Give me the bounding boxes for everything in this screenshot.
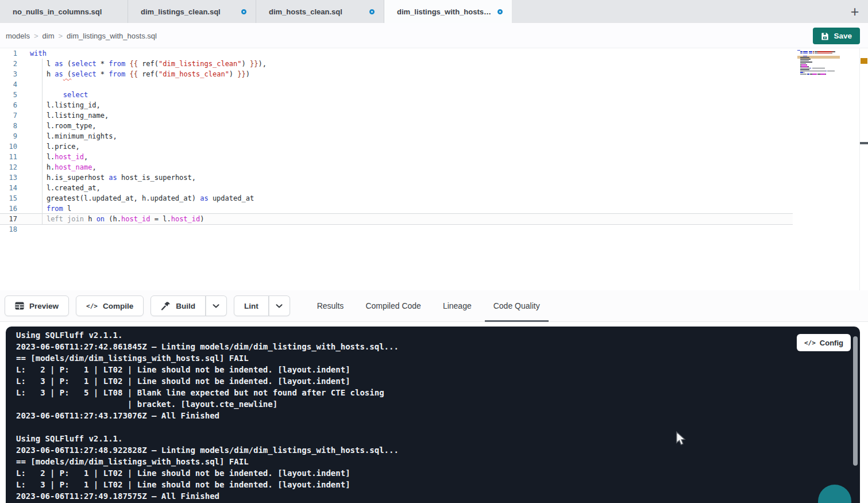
code-text: with <box>30 48 47 59</box>
tab-label: dim_listings_clean.sql <box>141 7 236 16</box>
panel-tab-code-quality[interactable]: Code Quality <box>485 290 549 322</box>
code-line[interactable]: 16 from l <box>0 203 793 214</box>
terminal-scrollbar[interactable] <box>853 336 858 466</box>
line-number: 3 <box>0 70 17 78</box>
code-brackets-icon: </> <box>804 339 816 347</box>
code-text: from l <box>30 203 71 214</box>
code-line[interactable]: 13 h.is_superhost as host_is_superhost, <box>0 172 793 183</box>
file-tabs: no_nulls_in_columns.sqldim_listings_clea… <box>0 0 512 23</box>
compile-label: Compile <box>103 302 133 310</box>
modified-indicator-icon <box>369 9 375 14</box>
code-text: l.price, <box>30 141 80 152</box>
save-button[interactable]: Save <box>813 28 860 44</box>
code-line[interactable]: 12 h.host_name, <box>0 162 793 172</box>
terminal-line: Using SQLFluff v2.1.1. <box>16 329 860 341</box>
line-number: 15 <box>0 194 17 202</box>
preview-label: Preview <box>29 302 59 310</box>
line-number: 18 <box>0 225 17 233</box>
terminal-line: == [models/dim/dim_listings_with_hosts.s… <box>16 456 860 467</box>
lint-label: Lint <box>244 302 259 310</box>
lint-dropdown-button[interactable] <box>269 295 290 316</box>
code-line[interactable]: 5 select <box>0 90 793 100</box>
terminal-line: | bracket. [layout.cte_newline] <box>16 398 860 410</box>
code-line[interactable]: 8 l.room_type, <box>0 121 793 131</box>
terminal-line: 2023-06-06T11:27:42.861845Z — Linting mo… <box>16 341 860 352</box>
lint-button[interactable]: Lint <box>234 295 269 316</box>
panel-tab-results[interactable]: Results <box>308 290 353 322</box>
terminal-line: L: 3 | P: 5 | LT08 | Blank line expected… <box>16 387 860 398</box>
code-text: l.room_type, <box>30 121 97 131</box>
terminal-line <box>16 421 860 433</box>
build-split-button: Build <box>151 295 227 316</box>
save-label: Save <box>834 32 852 40</box>
tab-label: no_nulls_in_columns.sql <box>13 7 118 16</box>
breadcrumb-segment[interactable]: dim_listings_with_hosts.sql <box>67 32 157 40</box>
code-line[interactable]: 1with <box>0 48 793 59</box>
terminal-line: Using SQLFluff v2.1.1. <box>16 433 860 444</box>
code-line[interactable]: 11 l.host_id, <box>0 152 793 162</box>
lint-split-button: Lint <box>234 295 290 316</box>
lint-warning-marker <box>861 58 867 64</box>
line-number: 5 <box>0 91 17 99</box>
code-text: l.created_at, <box>30 183 101 193</box>
panel-tab-lineage[interactable]: Lineage <box>434 290 480 322</box>
code-line[interactable]: 18 <box>0 224 793 235</box>
code-line[interactable]: 7 l.listing_name, <box>0 110 793 121</box>
panel-tabs: ResultsCompiled CodeLineageCode Quality <box>308 290 549 322</box>
code-text: l.host_id, <box>30 152 88 162</box>
action-toolbar: Preview </> Compile Build <box>0 290 868 322</box>
line-number: 10 <box>0 143 17 151</box>
new-tab-button[interactable]: + <box>845 0 865 23</box>
breadcrumb-segment[interactable]: models <box>6 32 30 40</box>
terminal-line: L: 2 | P: 1 | LT02 | Line should not be … <box>16 364 860 375</box>
minimap[interactable] <box>797 49 840 118</box>
code-line[interactable]: 15 greatest(l.updated_at, h.updated_at) … <box>0 193 793 203</box>
code-line[interactable]: 2 l as (select * from {{ ref("dim_listin… <box>0 59 793 69</box>
code-line[interactable]: 10 l.price, <box>0 141 793 152</box>
line-number: 13 <box>0 174 17 182</box>
editor-tab-bar: no_nulls_in_columns.sqldim_listings_clea… <box>0 0 868 23</box>
code-line[interactable]: 17 left join h on (h.host_id = l.host_id… <box>0 214 793 224</box>
tab-dim_listings_clean.sql[interactable]: dim_listings_clean.sql <box>128 0 256 23</box>
code-text: h.host_name, <box>30 162 97 172</box>
terminal-line: 2023-06-06T11:27:48.922828Z — Linting mo… <box>16 444 860 456</box>
minimap-line <box>797 75 840 76</box>
code-line[interactable]: 6 l.listing_id, <box>0 100 793 110</box>
line-number: 17 <box>0 215 17 223</box>
build-label: Build <box>176 302 195 310</box>
code-line[interactable]: 9 l.minimum_nights, <box>0 131 793 141</box>
scroll-position-marker <box>860 142 868 144</box>
line-number: 4 <box>0 80 17 89</box>
line-number: 7 <box>0 112 17 120</box>
tab-dim_hosts_clean.sql[interactable]: dim_hosts_clean.sql <box>256 0 384 23</box>
code-text: left join h on (h.host_id = l.host_id) <box>30 214 205 224</box>
path-bar: models>dim>dim_listings_with_hosts.sql S… <box>0 23 868 48</box>
terminal-line: L: 3 | P: 1 | LT02 | Line should not be … <box>16 479 860 490</box>
code-text: select <box>30 90 88 100</box>
terminal-panel: Using SQLFluff v2.1.1.2023-06-06T11:27:4… <box>6 327 860 503</box>
line-number: 12 <box>0 163 17 171</box>
line-number: 9 <box>0 132 17 140</box>
hammer-icon <box>161 301 171 310</box>
modified-indicator-icon <box>241 9 246 14</box>
line-number: 14 <box>0 184 17 192</box>
compile-button[interactable]: </> Compile <box>76 295 144 316</box>
tab-no_nulls_in_columns.sql[interactable]: no_nulls_in_columns.sql <box>0 0 128 23</box>
code-editor[interactable]: 1with2 l as (select * from {{ ref("dim_l… <box>0 48 868 290</box>
build-dropdown-button[interactable] <box>206 295 227 316</box>
tab-dim_listings_with_hosts.sql[interactable]: dim_listings_with_hosts.sql <box>384 0 512 23</box>
code-line[interactable]: 4 <box>0 79 793 90</box>
code-text: l as (select * from {{ ref("dim_listings… <box>30 59 267 69</box>
line-number: 11 <box>0 153 17 161</box>
breadcrumb-segment[interactable]: dim <box>43 32 55 40</box>
modified-indicator-icon <box>497 9 503 14</box>
config-button[interactable]: </> Config <box>797 334 851 351</box>
breadcrumb-separator-icon: > <box>34 32 38 40</box>
build-button[interactable]: Build <box>151 295 206 316</box>
panel-tab-compiled-code[interactable]: Compiled Code <box>357 290 430 322</box>
code-line[interactable]: 14 l.created_at, <box>0 183 793 193</box>
code-line[interactable]: 3 h as (select * from {{ ref("dim_hosts_… <box>0 69 793 79</box>
chevron-down-icon <box>213 304 219 308</box>
preview-button[interactable]: Preview <box>5 295 69 316</box>
line-number: 16 <box>0 205 17 213</box>
